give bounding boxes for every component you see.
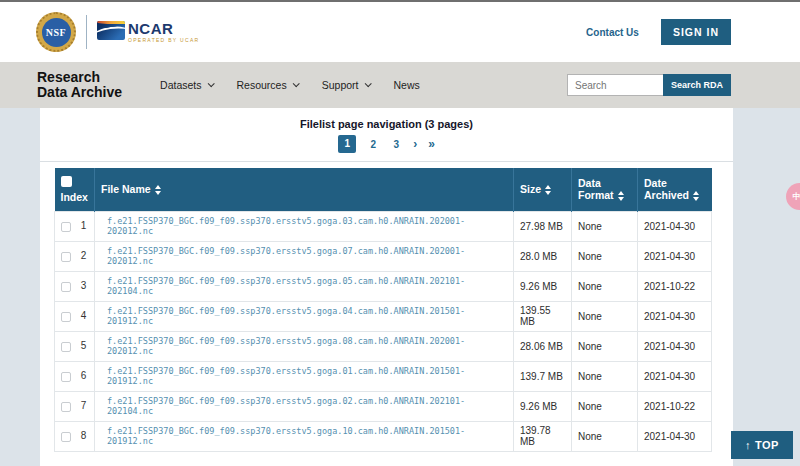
- nav-menu-item-datasets[interactable]: Datasets: [160, 79, 212, 91]
- data-format: None: [572, 301, 638, 331]
- data-format: None: [572, 271, 638, 301]
- row-checkbox[interactable]: [61, 222, 71, 232]
- last-page-button[interactable]: »: [428, 139, 435, 149]
- date-archived: 2021-04-30: [638, 301, 712, 331]
- chevron-down-icon: [364, 80, 371, 87]
- data-format: None: [572, 211, 638, 241]
- section-divider: [40, 161, 733, 162]
- date-archived: 2021-04-30: [638, 241, 712, 271]
- nav-menu-item-support[interactable]: Support: [322, 79, 370, 91]
- data-format: None: [572, 331, 638, 361]
- chevron-down-icon: [292, 80, 299, 87]
- top-button-label: TOP: [755, 439, 779, 451]
- filelist-table: Index File Name Size Data Format Date Ar…: [54, 168, 712, 452]
- file-link[interactable]: f.e21.FSSP370_BGC.f09_f09.ssp370.ersstv5…: [101, 366, 507, 386]
- column-header-index: Index: [55, 168, 95, 211]
- table-row: 5 f.e21.FSSP370_BGC.f09_f09.ssp370.ersst…: [55, 331, 712, 361]
- pagination-page-2[interactable]: 2: [367, 139, 379, 150]
- file-size: 27.98 MB: [514, 211, 572, 241]
- sort-icon: [155, 185, 161, 195]
- row-index: 2: [81, 250, 87, 261]
- table-row: 3 f.e21.FSSP370_BGC.f09_f09.ssp370.ersst…: [55, 271, 712, 301]
- date-archived: 2021-04-30: [638, 211, 712, 241]
- row-index: 8: [81, 430, 87, 441]
- row-index: 3: [81, 280, 87, 291]
- table-header-row: Index File Name Size Data Format Date Ar…: [55, 168, 712, 211]
- date-archived: 2021-10-22: [638, 271, 712, 301]
- file-size: 28.0 MB: [514, 241, 572, 271]
- date-archived: 2021-10-22: [638, 391, 712, 421]
- search-rda-button[interactable]: Search RDA: [663, 74, 731, 96]
- nav-menu-item-resources[interactable]: Resources: [237, 79, 298, 91]
- contact-us-link[interactable]: Contact Us: [586, 27, 639, 38]
- sign-in-button[interactable]: SIGN IN: [661, 19, 731, 45]
- row-checkbox[interactable]: [61, 402, 71, 412]
- file-link[interactable]: f.e21.FSSP370_BGC.f09_f09.ssp370.ersstv5…: [101, 306, 507, 326]
- chevron-down-icon: [207, 80, 214, 87]
- file-size: 28.06 MB: [514, 331, 572, 361]
- table-row: 6 f.e21.FSSP370_BGC.f09_f09.ssp370.ersst…: [55, 361, 712, 391]
- search-group: Search RDA: [567, 74, 731, 96]
- file-size: 139.55 MB: [514, 301, 572, 331]
- file-link[interactable]: f.e21.FSSP370_BGC.f09_f09.ssp370.ersstv5…: [101, 216, 507, 236]
- site-title-line1: Research: [37, 70, 122, 85]
- table-row: 1 f.e21.FSSP370_BGC.f09_f09.ssp370.ersst…: [55, 211, 712, 241]
- row-index: 6: [81, 370, 87, 381]
- file-size: 9.26 MB: [514, 271, 572, 301]
- sort-icon: [545, 185, 551, 195]
- row-checkbox[interactable]: [61, 372, 71, 382]
- file-link[interactable]: f.e21.FSSP370_BGC.f09_f09.ssp370.ersstv5…: [101, 336, 507, 356]
- row-index: 5: [81, 340, 87, 351]
- nsf-logo[interactable]: NSF: [36, 12, 76, 52]
- row-checkbox[interactable]: [61, 342, 71, 352]
- back-to-top-button[interactable]: ↑ TOP: [731, 431, 793, 459]
- column-header-file-name[interactable]: File Name: [95, 168, 514, 211]
- sort-icon: [618, 191, 624, 201]
- column-header-date-archived[interactable]: Date Archived: [638, 168, 712, 211]
- nav-menu: Datasets Resources Support News: [160, 79, 420, 91]
- data-format: None: [572, 421, 638, 451]
- page-background: Filelist page navigation (3 pages) 123›»…: [0, 108, 800, 466]
- file-link[interactable]: f.e21.FSSP370_BGC.f09_f09.ssp370.ersstv5…: [101, 396, 507, 416]
- column-header-size[interactable]: Size: [514, 168, 572, 211]
- file-size: 9.26 MB: [514, 391, 572, 421]
- column-header-data-format[interactable]: Data Format: [572, 168, 638, 211]
- file-size: 139.7 MB: [514, 361, 572, 391]
- row-checkbox[interactable]: [61, 252, 71, 262]
- site-header: NSF NCAR Operated by UCAR Contact Us SIG…: [0, 2, 800, 62]
- table-row: 7 f.e21.FSSP370_BGC.f09_f09.ssp370.ersst…: [55, 391, 712, 421]
- logo-group: NSF NCAR Operated by UCAR: [36, 12, 199, 52]
- file-link[interactable]: f.e21.FSSP370_BGC.f09_f09.ssp370.ersstv5…: [101, 276, 507, 296]
- row-checkbox[interactable]: [61, 282, 71, 292]
- ncar-logo-subtext: Operated by UCAR: [128, 38, 199, 43]
- filelist-pagination-title: Filelist page navigation (3 pages): [40, 118, 733, 130]
- ncar-logo[interactable]: NCAR Operated by UCAR: [97, 21, 199, 43]
- table-row: 2 f.e21.FSSP370_BGC.f09_f09.ssp370.ersst…: [55, 241, 712, 271]
- row-checkbox[interactable]: [61, 312, 71, 322]
- next-page-button[interactable]: ›: [413, 139, 417, 149]
- site-title[interactable]: Research Data Archive: [37, 70, 122, 100]
- search-input[interactable]: [567, 74, 663, 96]
- content-card: Filelist page navigation (3 pages) 123›»…: [40, 108, 733, 466]
- logo-divider: [86, 15, 87, 49]
- select-all-checkbox[interactable]: [61, 176, 72, 187]
- file-size: 139.78 MB: [514, 421, 572, 451]
- date-archived: 2021-04-30: [638, 361, 712, 391]
- nav-menu-item-news[interactable]: News: [394, 79, 420, 91]
- data-format: None: [572, 241, 638, 271]
- row-index: 1: [81, 220, 87, 231]
- data-format: None: [572, 361, 638, 391]
- file-link[interactable]: f.e21.FSSP370_BGC.f09_f09.ssp370.ersstv5…: [101, 426, 507, 446]
- site-title-line2: Data Archive: [37, 85, 122, 100]
- file-link[interactable]: f.e21.FSSP370_BGC.f09_f09.ssp370.ersstv5…: [101, 246, 507, 266]
- row-checkbox[interactable]: [61, 432, 71, 442]
- pagination-page-1[interactable]: 1: [338, 135, 356, 153]
- row-index: 7: [81, 400, 87, 411]
- nsf-logo-text: NSF: [42, 18, 71, 47]
- pagination-page-3[interactable]: 3: [390, 139, 402, 150]
- pagination-controls: 123›»: [40, 135, 733, 153]
- table-row: 4 f.e21.FSSP370_BGC.f09_f09.ssp370.ersst…: [55, 301, 712, 331]
- main-navbar: Research Data Archive Datasets Resources…: [0, 62, 800, 108]
- up-arrow-icon: ↑: [745, 439, 751, 451]
- date-archived: 2021-04-30: [638, 331, 712, 361]
